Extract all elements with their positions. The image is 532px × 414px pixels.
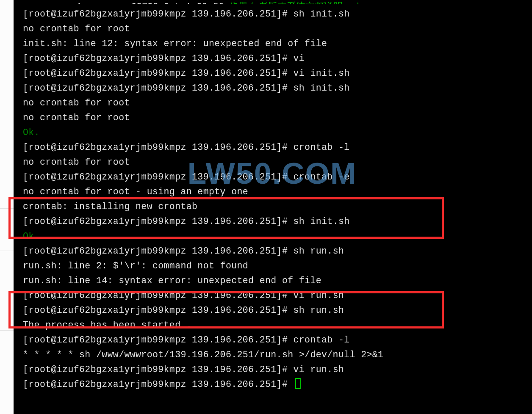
shell-output: * * * * * sh /www/wwwroot/139.196.206.25… <box>23 350 383 360</box>
gutter-separator <box>0 251 14 251</box>
terminal-line: no crontab for root <box>23 110 532 125</box>
terminal-line: no crontab for root - using an empty one <box>23 185 532 199</box>
terminal-line: [root@izuf62bgzxa1yrjmb99kmpz 139.196.20… <box>23 333 532 348</box>
terminal-line: no crontab for root <box>23 155 532 170</box>
terminal-line: [root@izuf62bgzxa1yrjmb99kmpz 139.196.20… <box>23 51 532 66</box>
shell-prompt: [root@izuf62bgzxa1yrjmb99kmpz 139.196.20… <box>23 142 294 152</box>
gutter-separator <box>0 330 14 331</box>
terminal-line: [root@izuf62bgzxa1yrjmb99kmpz 139.196.20… <box>23 288 532 303</box>
terminal-line: crontab: installing new crontab <box>23 199 532 214</box>
shell-output: The process has been started . <box>23 320 192 330</box>
shell-prompt: [root@izuf62bgzxa1yrjmb99kmpz 139.196.20… <box>23 172 294 182</box>
shell-command: crontab -l <box>294 142 350 152</box>
shell-prompt: [root@izuf62bgzxa1yrjmb99kmpz 139.196.20… <box>23 83 294 93</box>
shell-output: run.sh: line 2: $'\r': command not found <box>23 261 248 271</box>
shell-command: sh init.sh <box>294 9 350 19</box>
shell-output: no crontab for root <box>23 98 130 108</box>
shell-command: crontab -e <box>294 172 350 182</box>
terminal-window[interactable]: rwx xr x 1 www www 63722 Oct 1 09:56 步器/… <box>14 0 532 414</box>
shell-prompt: [root@izuf62bgzxa1yrjmb99kmpz 139.196.20… <box>23 246 294 256</box>
terminal-line: run.sh: line 2: $'\r': command not found <box>23 259 532 273</box>
terminal-line: run.sh: line 14: syntax error: unexpecte… <box>23 273 532 288</box>
shell-command: vi init.sh <box>294 68 350 78</box>
shell-prompt: [root@izuf62bgzxa1yrjmb99kmpz 139.196.20… <box>23 364 294 375</box>
terminal-line: [root@izuf62bgzxa1yrjmb99kmpz 139.196.20… <box>23 140 532 155</box>
terminal-line: [root@izuf62bgzxa1yrjmb99kmpz 139.196.20… <box>23 170 532 185</box>
terminal-line: The process has been started . <box>23 318 532 333</box>
terminal-line: Ok. <box>23 125 532 140</box>
shell-command: sh init.sh <box>294 83 350 93</box>
topfrag-plain: rwx xr x 1 www www 63722 Oct 1 09:56 <box>27 2 229 4</box>
shell-prompt: [root@izuf62bgzxa1yrjmb99kmpz 139.196.20… <box>23 68 294 78</box>
shell-output: no crontab for root <box>23 113 130 123</box>
shell-output: init.sh: line 12: syntax error: unexpect… <box>23 39 327 49</box>
terminal-line: [root@izuf62bgzxa1yrjmb99kmpz 139.196.20… <box>23 303 532 318</box>
shell-prompt: [root@izuf62bgzxa1yrjmb99kmpz 139.196.20… <box>23 216 294 226</box>
shell-command: sh run.sh <box>294 305 344 315</box>
terminal-content[interactable]: [root@izuf62bgzxa1yrjmb99kmpz 139.196.20… <box>14 0 532 392</box>
ok-message: Ok. <box>23 231 40 241</box>
shell-command: vi <box>294 53 305 63</box>
shell-prompt: [root@izuf62bgzxa1yrjmb99kmpz 139.196.20… <box>23 53 294 63</box>
top-clipped-line: rwx xr x 1 www www 63722 Oct 1 09:56 步器/… <box>27 0 532 4</box>
left-gutter <box>0 0 14 414</box>
shell-prompt: [root@izuf62bgzxa1yrjmb99kmpz 139.196.20… <box>23 379 294 389</box>
shell-output: no crontab for root <box>23 24 130 34</box>
shell-prompt: [root@izuf62bgzxa1yrjmb99kmpz 139.196.20… <box>23 290 294 301</box>
shell-prompt: [root@izuf62bgzxa1yrjmb99kmpz 139.196.20… <box>23 305 294 315</box>
topfrag-green: 步器/ 老版本系统文档说明 .docx <box>229 2 375 4</box>
shell-prompt: [root@izuf62bgzxa1yrjmb99kmpz 139.196.20… <box>23 335 294 345</box>
shell-output: no crontab for root - using an empty one <box>23 187 248 197</box>
terminal-line: Ok. <box>23 229 532 244</box>
shell-output: crontab: installing new crontab <box>23 201 197 212</box>
shell-command: vi run.sh <box>294 290 344 301</box>
terminal-line: [root@izuf62bgzxa1yrjmb99kmpz 139.196.20… <box>23 214 532 229</box>
shell-command: sh run.sh <box>294 246 344 256</box>
ok-message: Ok. <box>23 127 40 138</box>
terminal-line: [root@izuf62bgzxa1yrjmb99kmpz 139.196.20… <box>23 362 532 377</box>
terminal-line: [root@izuf62bgzxa1yrjmb99kmpz 139.196.20… <box>23 244 532 259</box>
terminal-line: [root@izuf62bgzxa1yrjmb99kmpz 139.196.20… <box>23 377 532 392</box>
terminal-line: no crontab for root <box>23 96 532 110</box>
gutter-separator <box>0 208 14 209</box>
shell-output: no crontab for root <box>23 157 130 167</box>
terminal-line: init.sh: line 12: syntax error: unexpect… <box>23 36 532 51</box>
terminal-line: [root@izuf62bgzxa1yrjmb99kmpz 139.196.20… <box>23 7 532 22</box>
shell-output: run.sh: line 14: syntax error: unexpecte… <box>23 276 321 286</box>
shell-command: sh init.sh <box>294 216 350 226</box>
terminal-line: no crontab for root <box>23 22 532 36</box>
shell-prompt: [root@izuf62bgzxa1yrjmb99kmpz 139.196.20… <box>23 9 294 19</box>
terminal-line: [root@izuf62bgzxa1yrjmb99kmpz 139.196.20… <box>23 81 532 96</box>
shell-command: vi run.sh <box>294 364 344 375</box>
terminal-cursor <box>295 378 301 389</box>
terminal-line: [root@izuf62bgzxa1yrjmb99kmpz 139.196.20… <box>23 66 532 81</box>
shell-command: crontab -l <box>294 335 350 345</box>
terminal-line: * * * * * sh /www/wwwroot/139.196.206.25… <box>23 348 532 362</box>
